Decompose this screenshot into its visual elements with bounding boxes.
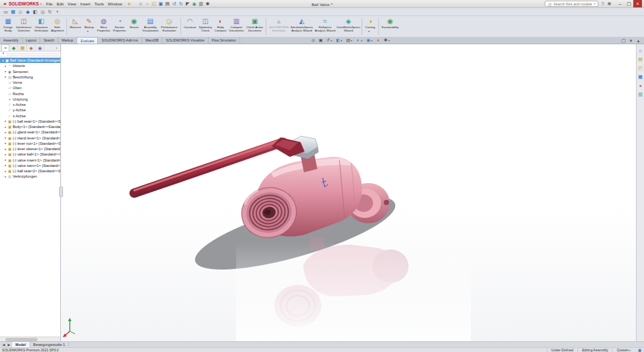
tab-scroll-left-icon[interactable]: ◀: [1, 343, 6, 347]
redo-icon[interactable]: ↻: [178, 1, 184, 7]
section-icon[interactable]: ◧: [32, 9, 38, 15]
fullscreen-icon[interactable]: ▢: [621, 38, 627, 44]
tree-item-[interactable]: ▸▣(-) ball seat<2> (Standard<<Standar: [0, 168, 60, 174]
dropdown-arrow-icon[interactable]: ▾: [371, 39, 374, 42]
tree-item-[interactable]: ▸▣(-) lever nut<1> (Standard<<Standar: [0, 141, 60, 146]
display-style-button[interactable]: ◐▾: [355, 38, 364, 44]
tab-markup[interactable]: Markup: [58, 37, 77, 44]
dropdown-arrow-icon[interactable]: ▾: [341, 39, 343, 42]
tree-item-[interactable]: ▸▣(-) valve stem<1> (Standard<<Stan: [0, 163, 60, 168]
hole-alignment-button[interactable]: ◎Hole Alignment: [50, 17, 65, 36]
markup-button[interactable]: ✎Markup▾: [83, 17, 96, 36]
featuremanager-tab-button[interactable]: ≡: [1, 44, 9, 51]
print-icon[interactable]: ▤: [164, 1, 170, 7]
open-icon[interactable]: ◱: [151, 1, 157, 7]
close-button[interactable]: ×: [633, 0, 642, 7]
menu-window[interactable]: Window: [106, 0, 124, 8]
search-icon[interactable]: ◎: [547, 1, 553, 7]
configurationmanager-tab-button[interactable]: ▦: [19, 44, 27, 51]
restore-button[interactable]: ▢: [625, 0, 633, 7]
options-icon[interactable]: ✱: [205, 1, 211, 7]
tree-item-[interactable]: ▸▣(-) Hand lever<1> (Standard<<Stand: [0, 135, 60, 141]
menu-edit[interactable]: Edit: [54, 0, 65, 8]
menu-file[interactable]: File: [44, 0, 55, 8]
tree-item-[interactable]: ▸▣(-) valve insert<1> (Standard<<Stan: [0, 158, 60, 163]
tab-solidworks-add-ins[interactable]: SOLIDWORKS Add-Ins: [98, 37, 142, 44]
pan-icon[interactable]: +: [54, 9, 60, 15]
ball-valve-model[interactable]: [62, 44, 636, 341]
design-study-button[interactable]: ▦Design Study: [1, 17, 15, 36]
tab-flow-simulation[interactable]: Flow Simulation: [209, 37, 241, 44]
dropdown-arrow-icon[interactable]: ▾: [368, 30, 372, 32]
menu-insert[interactable]: Insert: [78, 0, 93, 8]
tree-item-[interactable]: ▸▣(-) ball seat<1> (Standard<<Standar: [0, 119, 60, 124]
tab-maxxdb[interactable]: MaxxDB: [142, 37, 163, 44]
tree-item-oben[interactable]: ▱Oben: [0, 85, 60, 91]
measure-button[interactable]: ◺Measure: [68, 17, 83, 36]
hide-show-items-button[interactable]: ◉▾: [365, 38, 374, 44]
tab-sketch[interactable]: Sketch: [40, 37, 58, 44]
collapse-ribbon-icon[interactable]: ▴: [635, 38, 641, 44]
tree-item-historie[interactable]: ▸◔Historie: [0, 63, 60, 68]
view-palette-button[interactable]: ▦: [637, 73, 644, 80]
rotate-view-icon[interactable]: ↻: [47, 9, 53, 15]
dropdown-arrow-icon[interactable]: ▾: [351, 39, 354, 42]
symmetry-check-button[interactable]: ◫Symmetry Check: [198, 17, 213, 36]
tree-item-y-achse[interactable]: ∕y-Achse: [0, 107, 60, 113]
curvature-button[interactable]: ◠Curvature: [182, 17, 198, 36]
displaymanager-tab-button[interactable]: ◉: [36, 44, 44, 51]
tree-item-rechts[interactable]: ▱Rechts: [0, 91, 60, 97]
file-properties-icon[interactable]: ▥: [198, 1, 204, 7]
dropdown-arrow-icon[interactable]: ▾: [361, 39, 364, 42]
undo-icon[interactable]: ↺: [171, 1, 177, 7]
zoom-area-button[interactable]: ▣: [317, 38, 324, 44]
search-input[interactable]: [553, 2, 592, 6]
assembly-visualization-button[interactable]: ▤Assembly Visualization: [141, 17, 160, 36]
simulation-button[interactable]: ▲SOLIDWORKS Simulation: [268, 17, 290, 36]
tree-item-[interactable]: ▸▣(-) lever sleeve<1> (Standard<<Stan: [0, 146, 60, 152]
zoom-icon[interactable]: ◎: [40, 9, 46, 15]
status-options-icon[interactable]: ▣: [637, 348, 642, 352]
custom-properties-button[interactable]: ▥: [637, 91, 644, 97]
viewport-layout-icon[interactable]: ▦: [10, 9, 16, 15]
tab-layout[interactable]: Layout: [23, 37, 41, 44]
dimxpertmanager-tab-button[interactable]: ◈: [28, 44, 36, 51]
appearances-scenes-button[interactable]: ●: [637, 82, 644, 89]
menu-view[interactable]: View: [66, 0, 78, 8]
check-active-document-button[interactable]: ▣Check Active Document: [245, 17, 264, 36]
zoom-fit-button[interactable]: ◎: [310, 38, 317, 44]
save-icon[interactable]: ▣: [158, 1, 164, 7]
tree-item-vorne[interactable]: ▱Vorne: [0, 80, 60, 85]
new-document-icon[interactable]: ▫: [144, 1, 150, 7]
performance-evaluation-button[interactable]: ◶Performance Evaluation: [160, 17, 179, 36]
mass-properties-button[interactable]: ◍Mass Properties: [96, 17, 112, 36]
shaded-icon[interactable]: ◆: [25, 9, 31, 15]
tree-item-body-1[interactable]: ▸▣Body<1> (Standard<<Standard>_An: [0, 124, 60, 129]
tree-item-ursprung[interactable]: +Ursprung: [0, 97, 60, 102]
compare-documents-button[interactable]: ▥Compare Documents: [228, 17, 246, 36]
new-window-icon[interactable]: ▭: [3, 9, 9, 15]
dropdown-arrow-icon[interactable]: ▾: [629, 349, 632, 352]
panel-horizontal-scrollbar[interactable]: [0, 337, 61, 341]
tree-item-z-achse[interactable]: ∕z-Achse: [0, 113, 60, 119]
rebuild-icon[interactable]: ◉: [191, 1, 197, 7]
driveworksxpress-button[interactable]: ◈DriveWorksXpress Wizard: [337, 17, 360, 36]
menu-tools[interactable]: Tools: [93, 0, 106, 8]
solidworks-resources-button[interactable]: ⌂: [637, 47, 644, 54]
costing-button[interactable]: ◑Costing▾: [364, 17, 377, 36]
tree-item-ball[interactable]: ▾▣Ball Valve (Standard<Anzeigestatus-1>): [0, 58, 60, 63]
view-orientation-button[interactable]: ▧▾: [345, 38, 354, 44]
select-icon[interactable]: ◤: [184, 1, 191, 7]
panel-flyout-chevron-icon[interactable]: ›: [54, 46, 59, 50]
simulationxpress-button[interactable]: ◭SimulationXpress Analysis Wizard: [290, 17, 313, 36]
settings-icon[interactable]: ✱: [606, 1, 612, 7]
tab-solidworks-visualize[interactable]: SOLIDWORKS Visualize: [162, 37, 208, 44]
tab-evaluate[interactable]: Evaluate: [77, 37, 98, 44]
options-flyout-icon[interactable]: ▾: [628, 38, 634, 44]
tree-item-beschriftung[interactable]: ▸▤Beschriftung: [0, 74, 60, 80]
tree-item-x-achse[interactable]: ∕x-Achse: [0, 102, 60, 107]
home-icon[interactable]: ⌂: [138, 1, 144, 7]
section-properties-button[interactable]: ◔Section Properties: [111, 17, 127, 36]
tab-scroll-right-icon[interactable]: ▶: [7, 343, 11, 347]
floxpress-button[interactable]: ≈FloXpress Analysis Wizard: [313, 17, 337, 36]
